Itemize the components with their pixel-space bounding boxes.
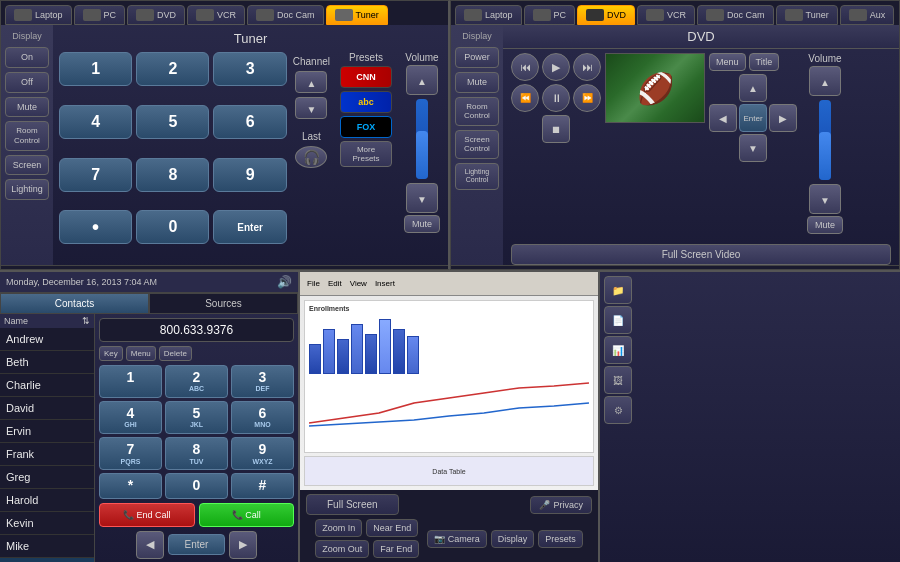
tab-vcr-tr[interactable]: VCR: [637, 5, 695, 25]
last-button[interactable]: 🎧: [295, 146, 327, 168]
tab-doccam-tl[interactable]: Doc Cam: [247, 5, 324, 25]
nav-enter-button[interactable]: Enter: [739, 104, 767, 132]
contact-greg[interactable]: Greg: [0, 466, 94, 489]
tab-vcr-tl[interactable]: VCR: [187, 5, 245, 25]
nav-right-phone-button[interactable]: ▶: [229, 531, 257, 559]
keypad-6[interactable]: 6MNO: [231, 401, 294, 434]
vc-full-screen-button[interactable]: Full Screen: [306, 494, 399, 515]
dvd-stop-button[interactable]: ⏹: [542, 115, 570, 143]
spare-icon-2[interactable]: 📄: [604, 306, 632, 334]
num-btn-2[interactable]: 2: [136, 52, 209, 86]
contact-andrew[interactable]: Andrew: [0, 328, 94, 351]
dvd-menu-button[interactable]: Menu: [709, 53, 746, 71]
dvd-skipfwd-button[interactable]: ⏩: [573, 84, 601, 112]
ss-insert-menu[interactable]: Insert: [372, 278, 398, 289]
nav-down-button[interactable]: ▼: [739, 134, 767, 162]
contacts-tab[interactable]: Contacts: [0, 293, 149, 314]
tab-aux-tr[interactable]: Aux: [840, 5, 895, 25]
keypad-star[interactable]: *: [99, 473, 162, 498]
contact-frank[interactable]: Frank: [0, 443, 94, 466]
keypad-5[interactable]: 5JKL: [165, 401, 228, 434]
nav-up-button[interactable]: ▲: [739, 74, 767, 102]
lighting-button[interactable]: Lighting: [5, 179, 49, 200]
mute-display-button[interactable]: Mute: [5, 97, 49, 118]
spare-icon-5[interactable]: ⚙: [604, 396, 632, 424]
num-btn-0[interactable]: 0: [136, 210, 209, 244]
system-off-button[interactable]: System Off: [314, 269, 376, 270]
contact-ervin[interactable]: Ervin: [0, 420, 94, 443]
end-call-button[interactable]: 📞 End Call: [99, 503, 195, 527]
contact-andrew2[interactable]: Andrew (800) 633 - 9876: [0, 558, 94, 562]
dvd-title-button[interactable]: Title: [749, 53, 780, 71]
keypad-hash[interactable]: #: [231, 473, 294, 498]
key-option-button[interactable]: Key: [99, 346, 123, 361]
num-btn-8[interactable]: 8: [136, 158, 209, 192]
keypad-0[interactable]: 0: [165, 473, 228, 498]
ss-view-menu[interactable]: View: [347, 278, 370, 289]
tr-lighting-button[interactable]: Lighting Control: [455, 163, 499, 190]
help-button[interactable]: Help: [7, 270, 46, 271]
display-button[interactable]: Display: [491, 530, 535, 548]
nav-left-phone-button[interactable]: ◀: [136, 531, 164, 559]
keypad-7[interactable]: 7PQRS: [99, 437, 162, 470]
dial-number-display[interactable]: 800.633.9376: [99, 318, 294, 342]
full-screen-video-button[interactable]: Full Screen Video: [511, 244, 891, 265]
num-btn-5[interactable]: 5: [136, 105, 209, 139]
room-control-button[interactable]: Room Control: [5, 121, 49, 150]
channel-down-button[interactable]: [295, 97, 327, 119]
tr-volume-slider[interactable]: [819, 100, 831, 180]
contact-harold[interactable]: Harold: [0, 489, 94, 512]
zoom-out-button[interactable]: Zoom Out: [315, 540, 369, 558]
volume-up-button[interactable]: [406, 65, 438, 95]
on-button[interactable]: On: [5, 47, 49, 68]
menu-option-button[interactable]: Menu: [126, 346, 156, 361]
phone-vol-icon[interactable]: 🔊: [277, 275, 292, 289]
more-presets-button[interactable]: More Presets: [340, 141, 392, 167]
channel-up-button[interactable]: [295, 71, 327, 93]
num-btn-7[interactable]: 7: [59, 158, 132, 192]
preset-fox-button[interactable]: FOX: [340, 116, 392, 138]
call-button[interactable]: 📞 Call: [199, 503, 295, 527]
nav-right-button[interactable]: ▶: [769, 104, 797, 132]
tr-mute-button[interactable]: Mute: [455, 72, 499, 93]
tab-pc-tr[interactable]: PC: [524, 5, 576, 25]
contact-kevin[interactable]: Kevin: [0, 512, 94, 535]
keypad-8[interactable]: 8TUV: [165, 437, 228, 470]
keypad-4[interactable]: 4GHI: [99, 401, 162, 434]
camera-button[interactable]: 📷 Camera: [427, 530, 487, 548]
num-btn-dot[interactable]: •: [59, 210, 132, 244]
volume-down-button[interactable]: [406, 183, 438, 213]
num-btn-3[interactable]: 3: [213, 52, 286, 86]
tr-room-control-button[interactable]: Room Control: [455, 97, 499, 126]
enter-phone-button[interactable]: Enter: [168, 534, 226, 555]
tr-screen-control-button[interactable]: Screen Control: [455, 130, 499, 159]
dvd-skipback-button[interactable]: ⏪: [511, 84, 539, 112]
tab-tuner-tr[interactable]: Tuner: [776, 5, 838, 25]
off-button[interactable]: Off: [5, 72, 49, 93]
tab-laptop-tr[interactable]: Laptop: [455, 5, 522, 25]
nav-left-button[interactable]: ◀: [709, 104, 737, 132]
contact-beth[interactable]: Beth: [0, 351, 94, 374]
tab-laptop-tl[interactable]: Laptop: [5, 5, 72, 25]
spare-icon-1[interactable]: 📁: [604, 276, 632, 304]
contact-mike[interactable]: Mike: [0, 535, 94, 558]
tr-power-button[interactable]: Power: [455, 47, 499, 68]
near-end-button[interactable]: Near End: [366, 519, 418, 537]
delete-option-button[interactable]: Delete: [159, 346, 192, 361]
screen-button[interactable]: Screen: [5, 155, 49, 176]
tr-volume-down-button[interactable]: [809, 184, 841, 214]
preset-cnn-button[interactable]: CNN: [340, 66, 392, 88]
zoom-in-button[interactable]: Zoom In: [315, 519, 362, 537]
tab-dvd-tl[interactable]: DVD: [127, 5, 185, 25]
num-btn-enter[interactable]: Enter: [213, 210, 286, 244]
privacy-button[interactable]: 🎤 Privacy: [530, 496, 592, 514]
far-end-button[interactable]: Far End: [373, 540, 419, 558]
tr-mute-vol-button[interactable]: Mute: [807, 216, 843, 234]
spare-icon-3[interactable]: 📊: [604, 336, 632, 364]
num-btn-6[interactable]: 6: [213, 105, 286, 139]
num-btn-4[interactable]: 4: [59, 105, 132, 139]
ss-edit-menu[interactable]: Edit: [325, 278, 345, 289]
spare-icon-4[interactable]: 🖼: [604, 366, 632, 394]
contact-charlie[interactable]: Charlie: [0, 374, 94, 397]
dvd-pause-button[interactable]: ⏸: [542, 84, 570, 112]
